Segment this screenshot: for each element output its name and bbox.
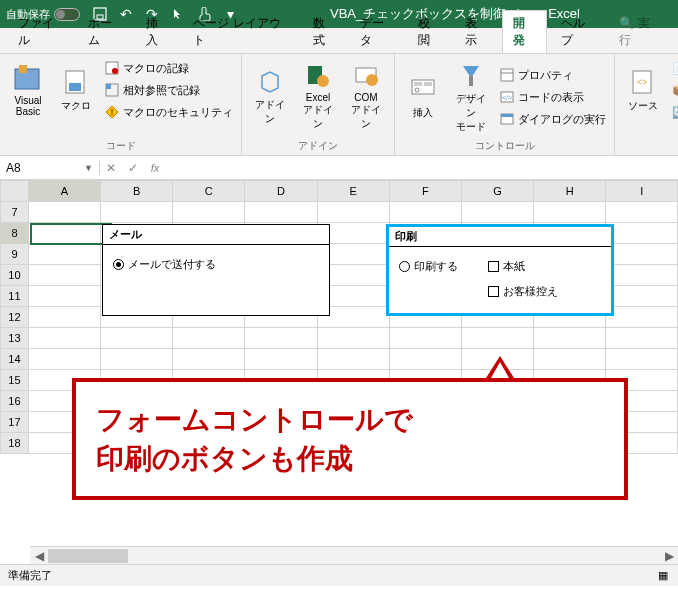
tab-review[interactable]: 校閲	[408, 11, 451, 53]
tab-data[interactable]: データ	[350, 11, 404, 53]
row-header[interactable]: 8	[1, 223, 29, 244]
insert-control-button[interactable]: 挿入	[401, 72, 445, 122]
checkbox-icon	[488, 286, 499, 297]
group-label-controls: コントロール	[401, 137, 608, 153]
row-header[interactable]: 17	[1, 412, 29, 433]
select-all-corner[interactable]	[1, 181, 29, 202]
excel-addins-button[interactable]: Excel アドイン	[296, 58, 340, 133]
row-header[interactable]: 12	[1, 307, 29, 328]
col-header[interactable]: B	[101, 181, 173, 202]
macro-security-button[interactable]: !マクロのセキュリティ	[102, 102, 235, 122]
excel-addin-icon	[302, 60, 334, 92]
scroll-left-icon[interactable]: ◀	[30, 548, 48, 564]
macros-icon	[60, 67, 92, 99]
name-box[interactable]: A8 ▼	[0, 161, 100, 175]
print-check-okyaku[interactable]: お客様控え	[488, 284, 558, 299]
svg-text:</>: </>	[502, 94, 512, 101]
autosave-toggle[interactable]	[54, 8, 80, 21]
tab-pagelayout[interactable]: ページ レイアウト	[183, 11, 298, 53]
cancel-formula-button[interactable]: ✕	[100, 161, 122, 175]
scroll-thumb[interactable]	[48, 549, 128, 563]
row-header[interactable]: 15	[1, 370, 29, 391]
expansion-button[interactable]: 📦拡張パ	[669, 80, 678, 100]
row-header[interactable]: 16	[1, 391, 29, 412]
col-header[interactable]: H	[534, 181, 606, 202]
com-addins-button[interactable]: COM アドイン	[344, 58, 388, 133]
tab-help[interactable]: ヘルプ	[551, 11, 605, 53]
source-icon: <>	[627, 67, 659, 99]
insert-control-icon	[407, 74, 439, 106]
mail-groupbox[interactable]: メール メールで送付する	[102, 224, 330, 316]
security-icon: !	[104, 104, 120, 120]
col-header[interactable]: C	[173, 181, 245, 202]
refresh-data-button[interactable]: 🔄データの	[669, 102, 678, 122]
col-header[interactable]: A	[28, 181, 100, 202]
radio-icon	[113, 259, 124, 270]
svg-rect-17	[424, 82, 432, 86]
scroll-right-icon[interactable]: ▶	[660, 548, 678, 564]
tab-formulas[interactable]: 数式	[303, 11, 346, 53]
relative-ref-button[interactable]: 相対参照で記録	[102, 80, 235, 100]
tab-search[interactable]: 🔍 実行	[609, 11, 670, 53]
confirm-formula-button[interactable]: ✓	[122, 161, 144, 175]
visual-basic-button[interactable]: Visual Basic	[6, 61, 50, 119]
group-label-xml	[621, 151, 678, 153]
col-header[interactable]: F	[389, 181, 461, 202]
svg-rect-25	[501, 114, 513, 117]
print-groupbox-title: 印刷	[389, 227, 611, 247]
design-mode-button[interactable]: デザイン モード	[449, 58, 493, 136]
group-label-addins: アドイン	[248, 137, 388, 153]
addin-icon	[254, 66, 286, 98]
record-icon	[104, 60, 120, 76]
addins-button[interactable]: アドイン	[248, 64, 292, 128]
row-header[interactable]: 10	[1, 265, 29, 286]
macros-button[interactable]: マクロ	[54, 65, 98, 115]
radio-icon	[399, 261, 410, 272]
status-bar: 準備完了 ▦	[0, 564, 678, 586]
horizontal-scrollbar[interactable]: ◀ ▶	[30, 546, 678, 564]
print-check-honshi[interactable]: 本紙	[488, 259, 558, 274]
tab-view[interactable]: 表示	[455, 11, 498, 53]
svg-text:!: !	[111, 107, 114, 117]
fx-button[interactable]: fx	[144, 162, 166, 174]
vb-icon	[12, 63, 44, 95]
row-header[interactable]: 18	[1, 433, 29, 454]
col-header[interactable]: D	[245, 181, 317, 202]
dialog-icon	[499, 111, 515, 127]
row-header[interactable]: 13	[1, 328, 29, 349]
row-header[interactable]: 9	[1, 244, 29, 265]
print-groupbox[interactable]: 印刷 印刷する 本紙 お客様控え	[386, 224, 614, 316]
tab-developer[interactable]: 開発	[502, 10, 547, 53]
annotation-callout: フォームコントロールで 印刷のボタンも作成	[72, 378, 628, 500]
svg-point-12	[317, 75, 329, 87]
status-ready: 準備完了	[8, 568, 52, 583]
svg-rect-5	[69, 83, 81, 91]
tab-home[interactable]: ホーム	[78, 11, 132, 53]
view-normal-icon[interactable]: ▦	[658, 569, 668, 582]
view-code-button[interactable]: </>コードの表示	[497, 87, 608, 107]
properties-button[interactable]: プロパティ	[497, 65, 608, 85]
source-button[interactable]: <> ソース	[621, 65, 665, 115]
svg-rect-9	[106, 84, 111, 89]
refresh-icon: 🔄	[671, 104, 678, 120]
svg-rect-3	[19, 65, 27, 73]
namebox-dropdown-icon[interactable]: ▼	[84, 163, 93, 173]
tab-insert[interactable]: 挿入	[136, 11, 179, 53]
col-header[interactable]: E	[317, 181, 389, 202]
expand-icon: 📦	[671, 82, 678, 98]
props-icon	[499, 67, 515, 83]
svg-point-14	[366, 74, 378, 86]
mail-radio-option[interactable]: メールで送付する	[113, 257, 216, 272]
run-dialog-button[interactable]: ダイアログの実行	[497, 109, 608, 129]
row-header[interactable]: 11	[1, 286, 29, 307]
callout-arrow-icon	[486, 356, 514, 378]
row-header[interactable]: 14	[1, 349, 29, 370]
record-macro-button[interactable]: マクロの記録	[102, 58, 235, 78]
row-header[interactable]: 7	[1, 202, 29, 223]
svg-rect-20	[501, 69, 513, 81]
col-header[interactable]: G	[461, 181, 533, 202]
map-props-button[interactable]: 📄対応付	[669, 58, 678, 78]
col-header[interactable]: I	[606, 181, 678, 202]
svg-point-7	[112, 68, 118, 74]
print-radio-option[interactable]: 印刷する	[399, 259, 458, 274]
